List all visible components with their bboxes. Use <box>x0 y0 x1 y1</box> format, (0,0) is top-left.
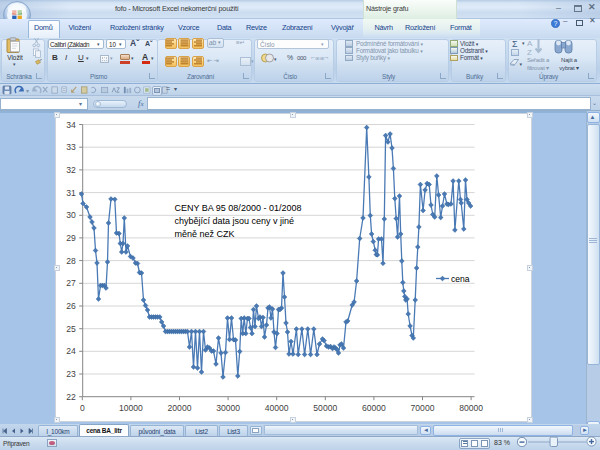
svg-text:20000: 20000 <box>168 403 192 413</box>
svg-text:cena: cena <box>451 274 470 284</box>
svg-text:30: 30 <box>66 210 76 220</box>
svg-text:28: 28 <box>66 256 76 266</box>
svg-text:25: 25 <box>66 324 76 334</box>
svg-text:33: 33 <box>66 142 76 152</box>
svg-text:30000: 30000 <box>216 403 240 413</box>
svg-text:23: 23 <box>66 369 76 379</box>
svg-text:70000: 70000 <box>411 403 435 413</box>
svg-text:34: 34 <box>66 120 76 130</box>
svg-text:80000: 80000 <box>459 403 483 413</box>
svg-text:60000: 60000 <box>362 403 386 413</box>
svg-text:CENY BA 95 08/2000 - 01/2008: CENY BA 95 08/2000 - 01/2008 <box>175 203 302 213</box>
svg-text:22: 22 <box>66 392 76 402</box>
svg-text:31: 31 <box>66 188 76 198</box>
svg-text:32: 32 <box>66 165 76 175</box>
svg-text:měně než CZK: měně než CZK <box>175 229 235 239</box>
svg-text:29: 29 <box>66 233 76 243</box>
svg-text:26: 26 <box>66 301 76 311</box>
svg-text:50000: 50000 <box>313 403 337 413</box>
svg-text:0: 0 <box>80 403 85 413</box>
svg-text:chybějící data jsou ceny v jin: chybějící data jsou ceny v jiné <box>175 216 295 226</box>
svg-text:40000: 40000 <box>265 403 289 413</box>
svg-text:27: 27 <box>66 278 76 288</box>
svg-text:24: 24 <box>66 346 76 356</box>
svg-text:10000: 10000 <box>119 403 143 413</box>
